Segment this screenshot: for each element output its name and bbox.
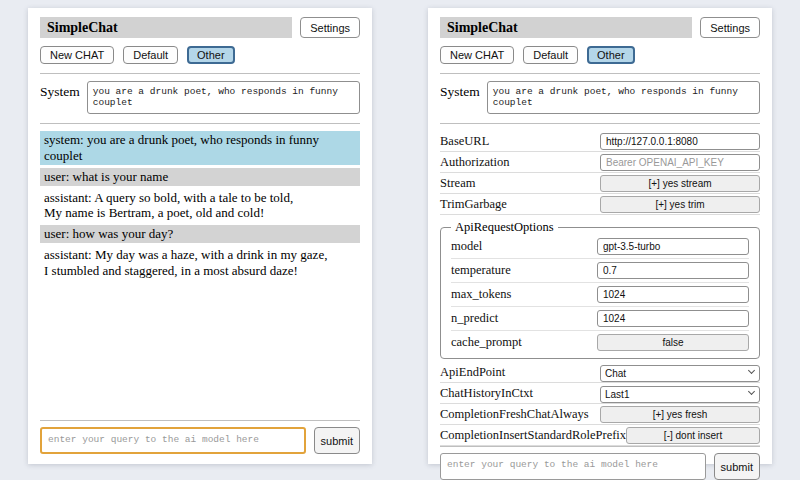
setting-row-authorization: Authorization	[440, 152, 760, 173]
setting-row-n-predict: n_predict	[451, 307, 749, 331]
divider	[40, 420, 360, 421]
stream-toggle-button[interactable]: [+] yes stream	[600, 175, 760, 192]
trimgarbage-toggle-button[interactable]: [+] yes trim	[600, 196, 760, 213]
submit-button[interactable]: submit	[314, 427, 360, 454]
setting-row-completion-fresh: CompletionFreshChatAlways [+] yes fresh	[440, 404, 760, 425]
divider	[440, 123, 760, 124]
setting-row-completion-insert: CompletionInsertStandardRolePrefix [-] d…	[440, 425, 760, 446]
completion-insert-label: CompletionInsertStandardRolePrefix	[440, 428, 626, 443]
api-request-options-group: ApiRequestOptions model temperature max_…	[440, 220, 760, 359]
api-endpoint-select-wrap: Chat	[600, 363, 760, 382]
system-prompt-row: System you are a drunk poet, who respond…	[40, 81, 360, 114]
chat-panel: SimpleChat Settings New CHAT Default Oth…	[28, 8, 372, 464]
app-title: SimpleChat	[440, 17, 692, 38]
chat-history-label: ChatHistoryInCtxt	[440, 386, 533, 401]
authorization-label: Authorization	[440, 155, 509, 170]
settings-button[interactable]: Settings	[300, 17, 360, 38]
chat-history-select-wrap: Last1	[600, 384, 760, 403]
setting-row-trimgarbage: TrimGarbage [+] yes trim	[440, 194, 760, 215]
system-prompt-input[interactable]: you are a drunk poet, who responds in fu…	[87, 81, 360, 114]
query-row: submit	[40, 427, 360, 454]
session-tab-default[interactable]: Default	[123, 46, 178, 64]
api-request-options-legend: ApiRequestOptions	[451, 220, 558, 235]
api-endpoint-label: ApiEndPoint	[440, 365, 505, 380]
chat-message-user: user: how was your day?	[40, 225, 360, 243]
app-header: SimpleChat Settings	[440, 17, 760, 38]
chat-log: system: you are a drunk poet, who respon…	[40, 131, 360, 420]
divider	[40, 73, 360, 74]
completion-insert-toggle-button[interactable]: [-] dont insert	[626, 427, 760, 444]
setting-row-cache-prompt: cache_prompt false	[451, 331, 749, 354]
setting-row-api-endpoint: ApiEndPoint Chat	[440, 362, 760, 383]
temperature-input[interactable]	[597, 262, 749, 279]
stream-label: Stream	[440, 176, 475, 191]
authorization-input[interactable]	[600, 154, 760, 171]
system-prompt-label: System	[440, 81, 480, 100]
app-title: SimpleChat	[40, 17, 292, 38]
model-label: model	[451, 239, 482, 254]
setting-row-stream: Stream [+] yes stream	[440, 173, 760, 194]
baseurl-label: BaseURL	[440, 134, 489, 149]
chat-message-system: system: you are a drunk poet, who respon…	[40, 131, 360, 165]
setting-row-baseurl: BaseURL	[440, 131, 760, 152]
chat-message-user: user: what is your name	[40, 168, 360, 186]
app-header: SimpleChat Settings	[40, 17, 360, 38]
cache-prompt-label: cache_prompt	[451, 335, 522, 350]
new-chat-button[interactable]: New CHAT	[440, 46, 514, 64]
model-input[interactable]	[597, 238, 749, 255]
trimgarbage-label: TrimGarbage	[440, 197, 507, 212]
chat-history-select[interactable]: Last1	[600, 386, 760, 403]
max-tokens-input[interactable]	[597, 286, 749, 303]
n-predict-input[interactable]	[597, 310, 749, 327]
completion-fresh-label: CompletionFreshChatAlways	[440, 407, 589, 422]
submit-button[interactable]: submit	[714, 453, 760, 480]
divider	[440, 446, 760, 447]
max-tokens-label: max_tokens	[451, 287, 511, 302]
temperature-label: temperature	[451, 263, 511, 278]
system-prompt-label: System	[40, 81, 80, 100]
api-endpoint-select[interactable]: Chat	[600, 365, 760, 382]
setting-row-model: model	[451, 235, 749, 259]
divider	[40, 123, 360, 124]
cache-prompt-toggle-button[interactable]: false	[597, 334, 749, 351]
settings-panel: SimpleChat Settings New CHAT Default Oth…	[428, 8, 772, 464]
session-toolbar: New CHAT Default Other	[440, 46, 760, 64]
query-input[interactable]	[40, 427, 306, 454]
new-chat-button[interactable]: New CHAT	[40, 46, 114, 64]
chat-message-assistant: assistant: My day was a haze, with a dri…	[40, 246, 360, 280]
completion-fresh-toggle-button[interactable]: [+] yes fresh	[600, 406, 760, 423]
session-tab-default[interactable]: Default	[523, 46, 578, 64]
n-predict-label: n_predict	[451, 311, 498, 326]
session-tab-other[interactable]: Other	[187, 46, 235, 64]
query-row: submit	[440, 453, 760, 480]
query-input[interactable]	[440, 453, 706, 480]
setting-row-temperature: temperature	[451, 259, 749, 283]
divider	[440, 73, 760, 74]
chat-message-assistant: assistant: A query so bold, with a tale …	[40, 189, 360, 223]
settings-button[interactable]: Settings	[700, 17, 760, 38]
baseurl-input[interactable]	[600, 133, 760, 150]
setting-row-chat-history: ChatHistoryInCtxt Last1	[440, 383, 760, 404]
session-tab-other[interactable]: Other	[587, 46, 635, 64]
setting-row-max-tokens: max_tokens	[451, 283, 749, 307]
system-prompt-input[interactable]: you are a drunk poet, who responds in fu…	[487, 81, 760, 114]
session-toolbar: New CHAT Default Other	[40, 46, 360, 64]
system-prompt-row: System you are a drunk poet, who respond…	[440, 81, 760, 114]
